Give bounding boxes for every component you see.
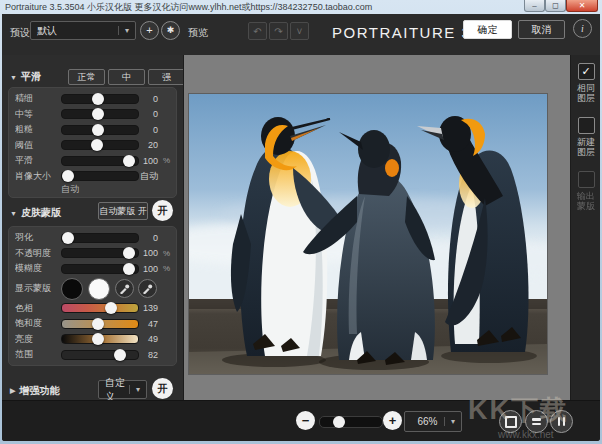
enhancements-toggle[interactable]: 开 [152,378,173,399]
maximize-button[interactable]: ◻ [545,0,566,12]
smoothing-section-header[interactable]: ▼ 平滑 [10,70,41,84]
automask-button[interactable]: 自动蒙版 开 [98,202,148,220]
slider-track[interactable] [61,303,139,313]
output-option: ✓相同图层 [571,63,600,103]
eyedropper-add-button[interactable] [115,279,134,298]
redo-button[interactable]: ↷ [269,22,288,40]
preview-canvas[interactable] [183,55,571,400]
slider-knob[interactable] [92,124,104,136]
close-button[interactable]: ✕ [566,0,598,12]
slider-track[interactable] [61,334,139,344]
skin-mask-section-header[interactable]: ▼ 皮肤蒙版 [10,206,61,220]
slider-track[interactable] [61,233,139,243]
settings-button[interactable]: ✱ [161,21,180,40]
preset-dropdown[interactable]: 默认 ▾ [30,21,136,40]
slider-knob[interactable] [123,247,135,259]
slider-track[interactable] [61,171,139,181]
enhancements-dropdown[interactable]: 自定义 ▾ [98,380,147,399]
history-dropdown-button[interactable]: ˅ [290,22,309,40]
ok-button[interactable]: 确定 [463,20,512,39]
show-mask-row: 显示蒙版 [15,277,170,301]
zoom-in-button[interactable]: + [383,411,402,430]
slider-knob[interactable] [105,302,117,314]
zoom-level-dropdown[interactable]: 66% ▾ [404,411,462,432]
plus-icon: + [389,413,397,428]
bottom-bar: − + 66% ▾ [2,400,600,441]
slider-knob[interactable] [91,139,103,151]
window-title: Portraiture 3.5.3504 小乐汉化版 更多汉化访问www.ylh… [5,1,372,14]
slider-value: 82 [139,350,160,360]
eyedropper-remove-icon [142,283,153,294]
zoom-slider-track[interactable] [319,416,383,428]
vertical-split-icon [558,417,566,426]
slider-label: 不透明度 [15,247,61,260]
plus-icon: + [146,25,152,36]
smoothing-preset-button[interactable]: 中 [108,69,145,85]
undo-button[interactable]: ↶ [248,22,267,40]
eyedropper-remove-button[interactable] [138,279,157,298]
slider-row: 亮度49 [15,332,170,348]
slider-knob[interactable] [123,155,135,167]
fit-view-button[interactable] [499,410,522,433]
slider-row: 肖像大小自动 [15,169,170,185]
checkbox-checked[interactable]: ✓ [578,63,595,80]
slider-knob[interactable] [62,232,74,244]
chevron-down-icon: ˅ [297,26,303,37]
slider-label: 范围 [15,348,61,361]
cancel-button[interactable]: 取消 [518,20,565,39]
zoom-slider-knob[interactable] [333,416,345,428]
slider-knob[interactable] [114,349,126,361]
checkbox[interactable] [578,117,595,134]
titlebar[interactable]: Portraiture 3.5.3504 小乐汉化版 更多汉化访问www.ylh… [0,0,602,14]
preset-value: 默认 [31,24,118,38]
slider-label: 饱和度 [15,317,61,330]
smoothing-preset-button[interactable]: 正常 [68,69,105,85]
slider-knob[interactable] [62,170,74,182]
mask-white-swatch[interactable] [88,278,110,300]
app-logo: PORTRAITURE 3ai [332,24,484,41]
gear-icon: ✱ [167,26,175,35]
slider-value: 0 [139,109,160,119]
output-option-label: 相同图层 [575,83,597,103]
horizontal-split-icon [532,418,541,425]
slider-track[interactable] [61,319,139,329]
slider-knob[interactable] [123,263,135,275]
slider-value: 自动 [139,170,160,183]
skin-mask-toggle[interactable]: 开 [152,200,173,221]
slider-label: 羽化 [15,231,61,244]
slider-track[interactable] [61,156,139,166]
split-horizontal-view-button[interactable] [525,410,548,433]
auto-sublabel-row: 自动 [15,184,170,195]
minimize-button[interactable]: – [524,0,545,12]
add-preset-button[interactable]: + [140,21,159,40]
slider-unit: % [160,264,170,273]
slider-value: 100 [139,156,160,166]
slider-value: 49 [139,334,160,344]
slider-track[interactable] [61,140,139,150]
slider-track[interactable] [61,125,139,135]
slider-track[interactable] [61,264,139,274]
chevron-down-icon: ▾ [444,417,461,426]
slider-track[interactable] [61,350,139,360]
slider-row: 羽化0 [15,230,170,246]
slider-track[interactable] [61,248,139,258]
split-vertical-view-button[interactable] [550,410,573,433]
slider-knob[interactable] [92,333,104,345]
slider-knob[interactable] [92,318,104,330]
slider-track[interactable] [61,109,139,119]
output-option: 输出蒙版 [571,171,600,211]
slider-label: 色相 [15,302,61,315]
mask-black-swatch[interactable] [61,278,83,300]
info-button[interactable]: i [573,19,592,38]
info-icon: i [581,23,584,34]
zoom-out-button[interactable]: − [296,411,315,430]
slider-value: 139 [139,303,160,313]
slider-track[interactable] [61,94,139,104]
smoothing-box: 精细0中等0粗糙0阈值20平滑100%肖像大小自动自动 [8,87,177,198]
slider-knob[interactable] [92,108,104,120]
enhancements-section-header[interactable]: ▶ 增强功能 [10,384,59,398]
collapse-triangle-icon: ▼ [10,210,17,217]
smoothing-preset-button[interactable]: 强 [148,69,185,85]
slider-knob[interactable] [92,93,104,105]
adjustments-panel: ▼ 平滑 正常中强 精细0中等0粗糙0阈值20平滑100%肖像大小自动自动 ▼ … [2,55,183,441]
